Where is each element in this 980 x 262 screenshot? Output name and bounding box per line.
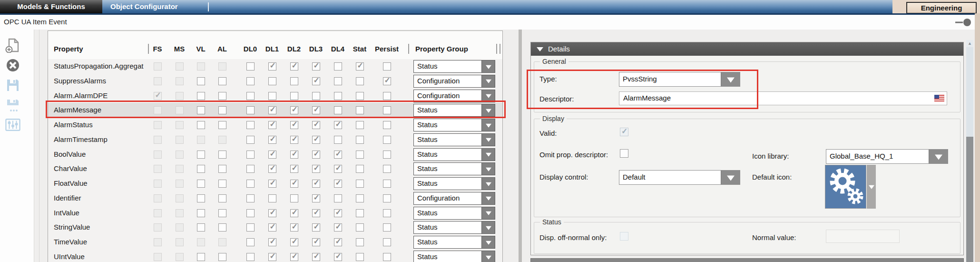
column-header-dl0[interactable]: DL0 (244, 45, 257, 53)
checkbox-al[interactable] (218, 180, 226, 188)
checkbox-dl3[interactable] (312, 209, 320, 217)
checkbox-fs[interactable] (154, 121, 162, 129)
checkbox-persist[interactable] (383, 121, 391, 129)
normal-value-field[interactable] (826, 230, 900, 243)
dropdown-button[interactable] (481, 192, 495, 204)
table-row-stringvalue[interactable]: StringValueStatus (48, 220, 502, 235)
dropdown-button[interactable] (481, 178, 495, 190)
checkbox-ms[interactable] (176, 136, 184, 144)
checkbox-ms[interactable] (176, 106, 184, 114)
display-control-dropdown[interactable]: Default (619, 170, 740, 185)
checkbox-persist[interactable] (383, 165, 391, 173)
column-header-property[interactable]: Property (54, 45, 83, 53)
checkbox-ms[interactable] (176, 253, 184, 261)
checkbox-fs[interactable] (154, 77, 162, 85)
dropdown-button[interactable] (481, 222, 495, 233)
dropdown-button[interactable] (481, 207, 495, 219)
checkbox-persist[interactable] (383, 106, 391, 114)
checkbox-fs[interactable] (154, 165, 162, 173)
checkbox-dl0[interactable] (246, 151, 255, 159)
checkbox-stat[interactable] (356, 62, 364, 71)
checkbox-dl4[interactable] (334, 77, 342, 85)
checkbox-fs[interactable] (154, 223, 162, 232)
checkbox-persist[interactable] (383, 62, 391, 71)
column-header-dl2[interactable]: DL2 (287, 45, 301, 53)
default-icon-button[interactable] (825, 165, 866, 209)
checkbox-dl0[interactable] (246, 209, 255, 217)
table-row-timevalue[interactable]: TimeValueStatus (48, 235, 502, 250)
checkbox-dl3[interactable] (312, 223, 320, 232)
checkbox-vl[interactable] (197, 77, 205, 85)
checkbox-vl[interactable] (197, 180, 205, 188)
checkbox-dl1[interactable] (268, 62, 276, 71)
checkbox-al[interactable] (218, 136, 226, 144)
property-group-dropdown[interactable]: Status (413, 148, 495, 161)
icon-library-dropdown[interactable]: Global_Base_HQ_1 (826, 149, 948, 164)
checkbox-al[interactable] (218, 194, 226, 202)
checkbox-dl1[interactable] (268, 209, 276, 217)
checkbox-fs[interactable] (154, 253, 162, 261)
checkbox-dl1[interactable] (268, 77, 276, 85)
checkbox-al[interactable] (218, 223, 226, 232)
dropdown-button[interactable] (721, 171, 740, 184)
panel-splitter[interactable] (519, 30, 522, 262)
checkbox-dl2[interactable] (290, 92, 298, 100)
checkbox-dl1[interactable] (268, 165, 276, 173)
dropdown-button[interactable] (481, 104, 495, 116)
table-row-uintvalue[interactable]: UIntValueStatus (48, 250, 502, 262)
checkbox-fs[interactable] (154, 194, 162, 202)
column-header-al[interactable]: AL (217, 45, 227, 53)
save-icon[interactable] (5, 78, 20, 93)
dropdown-button[interactable] (481, 149, 495, 161)
checkbox-dl2[interactable] (290, 136, 298, 144)
table-row-identifier[interactable]: IdentifierConfiguration (48, 191, 502, 206)
dropdown-button[interactable] (481, 163, 495, 175)
checkbox-dl0[interactable] (246, 238, 255, 246)
column-header-fs[interactable]: FS (153, 45, 162, 53)
checkbox-vl[interactable] (197, 209, 205, 217)
checkbox-dl3[interactable] (312, 238, 320, 246)
new-document-icon[interactable] (5, 38, 20, 53)
property-group-dropdown[interactable]: Status (413, 119, 495, 131)
checkbox-vl[interactable] (197, 151, 205, 159)
column-header-persist[interactable]: Persist (375, 45, 399, 53)
checkbox-dl4[interactable] (334, 136, 342, 144)
checkbox-vl[interactable] (197, 253, 205, 261)
checkbox-stat[interactable] (356, 180, 364, 188)
property-group-dropdown[interactable]: Status (413, 236, 495, 249)
checkbox-dl1[interactable] (268, 121, 276, 129)
checkbox-ms[interactable] (176, 121, 184, 129)
scrollbar-thumb[interactable] (966, 137, 973, 262)
checkbox-dl4[interactable] (334, 151, 342, 159)
column-header-dl1[interactable]: DL1 (265, 45, 279, 53)
omit-prop-descriptor-checkbox[interactable] (620, 149, 628, 158)
checkbox-fs[interactable] (154, 136, 162, 144)
checkbox-dl1[interactable] (268, 136, 276, 144)
table-row-boolvalue[interactable]: BoolValueStatus (48, 147, 502, 162)
checkbox-persist[interactable] (383, 223, 391, 232)
checkbox-ms[interactable] (176, 180, 184, 188)
checkbox-al[interactable] (218, 92, 226, 100)
checkbox-dl1[interactable] (268, 180, 276, 188)
checkbox-stat[interactable] (356, 92, 364, 100)
checkbox-ms[interactable] (176, 194, 184, 202)
close-icon[interactable] (5, 58, 20, 73)
dropdown-button[interactable] (481, 251, 495, 262)
checkbox-stat[interactable] (356, 165, 364, 173)
dropdown-button[interactable] (481, 119, 495, 131)
property-group-dropdown[interactable]: Status (413, 60, 495, 73)
dropdown-button[interactable] (481, 60, 495, 72)
checkbox-dl4[interactable] (334, 62, 342, 71)
checkbox-stat[interactable] (356, 238, 364, 246)
checkbox-vl[interactable] (197, 62, 205, 71)
checkbox-dl2[interactable] (290, 253, 298, 261)
checkbox-vl[interactable] (197, 106, 205, 114)
column-header-property-group[interactable]: Property Group (415, 45, 468, 53)
checkbox-ms[interactable] (176, 223, 184, 232)
dropdown-button[interactable] (481, 90, 495, 102)
checkbox-stat[interactable] (356, 106, 364, 114)
property-group-dropdown[interactable]: Configuration (413, 75, 495, 88)
checkbox-dl2[interactable] (290, 165, 298, 173)
checkbox-dl4[interactable] (334, 238, 342, 246)
checkbox-dl2[interactable] (290, 238, 298, 246)
